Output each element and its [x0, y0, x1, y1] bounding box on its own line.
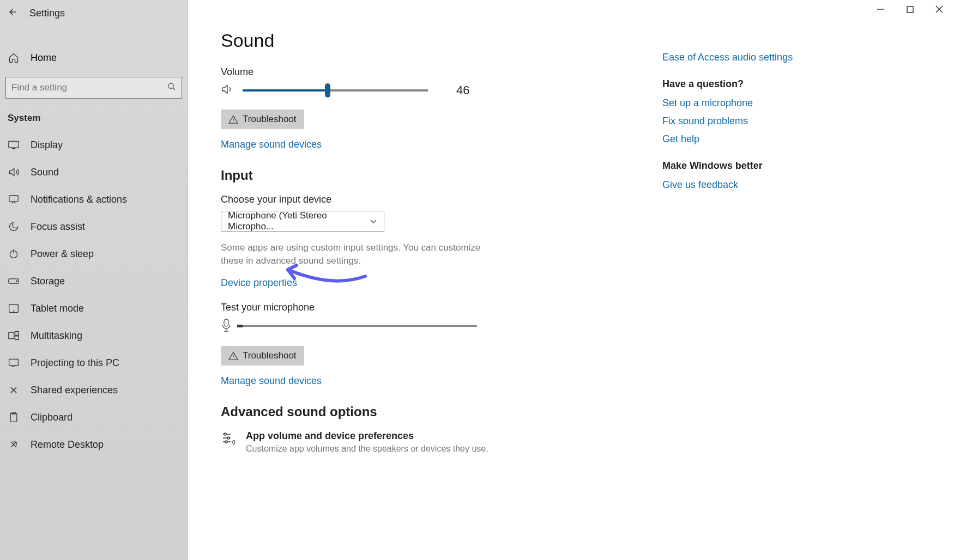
sidebar-item-label: Notifications & actions — [31, 194, 127, 205]
sidebar-item-label: Projecting to this PC — [31, 357, 119, 369]
svg-point-16 — [225, 441, 227, 443]
svg-rect-8 — [15, 332, 19, 336]
have-question-heading: Have a question? — [662, 78, 815, 90]
maximize-button[interactable] — [903, 4, 916, 16]
input-device-dropdown[interactable]: Microphone (Yeti Stereo Micropho... — [221, 211, 384, 232]
volume-row: 46 — [221, 83, 619, 98]
minimize-button[interactable] — [874, 4, 887, 16]
project-icon — [8, 357, 20, 369]
sidebar-item-label: Tablet mode — [31, 303, 84, 314]
slider-thumb[interactable] — [325, 83, 330, 98]
sidebar-item-clipboard[interactable]: Clipboard — [0, 404, 188, 431]
microphone-icon — [221, 319, 232, 334]
setup-microphone-link[interactable]: Set up a microphone — [662, 98, 815, 109]
speaker-icon — [221, 83, 233, 98]
maximize-icon — [907, 6, 914, 13]
svg-rect-10 — [9, 359, 19, 366]
volume-value: 46 — [456, 83, 469, 98]
slider-fill — [243, 89, 328, 92]
give-feedback-link[interactable]: Give us feedback — [662, 179, 815, 191]
volume-label: Volume — [221, 66, 619, 78]
manage-sound-devices-link-input[interactable]: Manage sound devices — [221, 375, 322, 387]
mic-level-fill — [237, 325, 243, 327]
sidebar-item-tablet-mode[interactable]: Tablet mode — [0, 295, 188, 322]
sidebar-item-sound[interactable]: Sound — [0, 159, 188, 186]
input-heading: Input — [221, 168, 619, 183]
fix-sound-problems-link[interactable]: Fix sound problems — [662, 115, 815, 127]
page-title: Sound — [221, 30, 619, 51]
sidebar-item-label: Power & sleep — [31, 248, 94, 260]
window-controls — [868, 2, 951, 19]
home-label: Home — [31, 52, 57, 64]
multitasking-icon — [8, 330, 20, 342]
manage-sound-devices-link-output[interactable]: Manage sound devices — [221, 139, 322, 150]
sidebar-item-projecting[interactable]: Projecting to this PC — [0, 349, 188, 376]
app-volume-title: App volume and device preferences — [246, 430, 488, 442]
search-input[interactable] — [11, 82, 167, 93]
home-nav[interactable]: Home — [0, 45, 188, 71]
back-button[interactable] — [8, 7, 19, 20]
sidebar-item-label: Clipboard — [31, 412, 73, 423]
nav-list: Display Sound Notifications & actions Fo… — [0, 131, 188, 458]
troubleshoot-input-button[interactable]: Troubleshoot — [221, 346, 304, 366]
test-mic-label: Test your microphone — [221, 302, 619, 313]
sidebar-item-storage[interactable]: Storage — [0, 267, 188, 295]
button-label: Troubleshoot — [243, 114, 297, 125]
search-icon — [167, 82, 176, 93]
notifications-icon — [8, 193, 20, 205]
main-content: Sound Volume 46 Troubleshoot Manage soun… — [188, 0, 954, 560]
device-properties-link[interactable]: Device properties — [221, 277, 297, 289]
svg-point-15 — [227, 437, 230, 439]
display-icon — [8, 139, 20, 151]
svg-rect-7 — [9, 332, 14, 339]
search-box[interactable] — [5, 77, 182, 99]
moon-icon — [8, 221, 20, 233]
volume-slider[interactable] — [243, 89, 428, 92]
content-column: Sound Volume 46 Troubleshoot Manage soun… — [221, 30, 619, 560]
sidebar-item-display[interactable]: Display — [0, 131, 188, 159]
sidebar-item-label: Sound — [31, 167, 59, 178]
warning-icon — [228, 351, 238, 360]
warning-icon — [228, 115, 238, 124]
sidebar-item-multitasking[interactable]: Multitasking — [0, 322, 188, 349]
sidebar-item-shared-experiences[interactable]: Shared experiences — [0, 376, 188, 404]
troubleshoot-output-button[interactable]: Troubleshoot — [221, 109, 304, 129]
minimize-icon — [877, 5, 884, 13]
sidebar-item-label: Shared experiences — [31, 385, 118, 396]
settings-sidebar: Settings Home System Display Sound Notif… — [0, 0, 188, 560]
button-label: Troubleshoot — [243, 350, 297, 361]
mic-test-row — [221, 319, 619, 334]
power-icon — [8, 248, 20, 260]
sidebar-item-power-sleep[interactable]: Power & sleep — [0, 240, 188, 267]
sidebar-item-remote-desktop[interactable]: Remote Desktop — [0, 431, 188, 458]
sidebar-item-label: Focus assist — [31, 221, 85, 233]
sidebar-item-notifications[interactable]: Notifications & actions — [0, 186, 188, 213]
svg-rect-9 — [15, 336, 19, 340]
ease-of-access-link[interactable]: Ease of Access audio settings — [662, 52, 815, 63]
remote-desktop-icon — [8, 439, 20, 451]
sidebar-item-focus-assist[interactable]: Focus assist — [0, 213, 188, 240]
svg-rect-1 — [9, 141, 19, 148]
home-icon — [8, 52, 20, 64]
storage-icon — [8, 275, 20, 287]
right-panel: Ease of Access audio settings Have a que… — [662, 30, 826, 560]
app-volume-desc: Customize app volumes and the speakers o… — [246, 444, 488, 454]
tablet-icon — [8, 302, 20, 314]
svg-rect-17 — [907, 7, 913, 13]
dropdown-value: Microphone (Yeti Stereo Micropho... — [228, 210, 370, 232]
get-help-link[interactable]: Get help — [662, 133, 815, 145]
sliders-icon — [221, 430, 236, 448]
arrow-left-icon — [8, 7, 19, 17]
svg-rect-2 — [9, 196, 18, 202]
app-volume-row[interactable]: App volume and device preferences Custom… — [221, 430, 619, 454]
close-button[interactable] — [933, 4, 946, 16]
advanced-heading: Advanced sound options — [221, 404, 619, 419]
sidebar-header: Settings — [0, 3, 188, 30]
mic-level-bar — [237, 325, 477, 327]
svg-rect-11 — [10, 413, 17, 422]
make-windows-better-heading: Make Windows better — [662, 160, 815, 172]
sidebar-item-label: Storage — [31, 276, 65, 287]
sound-icon — [8, 166, 20, 178]
window-title: Settings — [29, 8, 65, 19]
sidebar-item-label: Display — [31, 139, 63, 151]
